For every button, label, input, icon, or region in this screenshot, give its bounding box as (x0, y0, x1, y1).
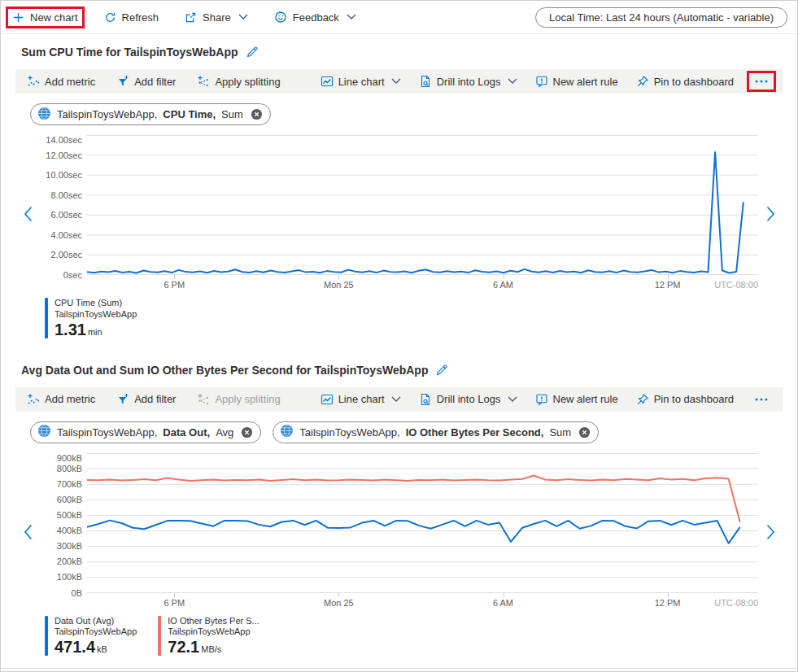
pill-resource: TailspinToysWebApp, (57, 426, 157, 439)
x-tick-label: Mon 25 (324, 280, 354, 290)
y-tick-label: 12.00sec (46, 151, 82, 160)
x-tick-label: 6 AM (493, 598, 513, 608)
chart-type-label: Line chart (338, 393, 385, 405)
chart-type-label: Line chart (338, 76, 385, 88)
time-range-picker[interactable]: Local Time: Last 24 hours (Automatic - v… (535, 7, 787, 28)
new-alert-rule-label: New alert rule (553, 76, 618, 88)
chevron-down-icon (508, 78, 517, 85)
pill-aggregation: Sum (549, 426, 571, 439)
add-filter-label: Add filter (134, 393, 176, 405)
data-out-io-chart[interactable]: 900kB800kB700kB600kB500kB400kB300kB200kB… (40, 453, 758, 611)
new-chart-button[interactable]: New chart (9, 10, 81, 25)
line-chart-icon (321, 393, 334, 406)
scroll-left-chevron[interactable] (15, 206, 40, 222)
scroll-right-chevron[interactable] (758, 524, 783, 540)
legend-unit: kB (97, 644, 107, 654)
more-options-button[interactable] (750, 392, 773, 407)
add-filter-button[interactable]: Add filter (115, 74, 177, 89)
add-filter-button[interactable]: Add filter (115, 392, 177, 407)
pin-to-dashboard-button[interactable]: Pin to dashboard (634, 392, 735, 407)
add-metric-button[interactable]: Add metric (25, 392, 97, 407)
plot-area[interactable] (87, 453, 758, 593)
pin-to-dashboard-button[interactable]: Pin to dashboard (634, 74, 735, 89)
y-tick-label: 8.00sec (50, 190, 82, 200)
add-metric-icon (27, 75, 40, 88)
x-tick-mark (668, 593, 669, 597)
chart-type-dropdown[interactable]: Line chart (319, 74, 403, 89)
x-tick-mark (668, 275, 669, 279)
new-alert-rule-button[interactable]: New alert rule (534, 392, 620, 407)
apply-splitting-label: Apply splitting (215, 393, 280, 405)
chart-command-bar: Add metric Add filter Apply splitting (15, 69, 783, 94)
remove-metric-icon[interactable] (241, 426, 253, 439)
metric-pill[interactable]: TailspinToysWebApp, Data Out, Avg (30, 421, 261, 443)
drill-into-logs-dropdown[interactable]: Drill into Logs (417, 392, 519, 407)
remove-metric-icon[interactable] (578, 426, 591, 439)
line-chart-icon (321, 75, 334, 88)
legend-metric-name: Data Out (Avg) (55, 616, 137, 627)
chart-section-cpu-time: Sum CPU Time for TailspinToysWebApp Add … (1, 42, 797, 338)
legend-value: 72.1 (168, 638, 199, 656)
x-tick-label: 12 PM (655, 280, 681, 290)
new-alert-rule-button[interactable]: New alert rule (534, 74, 620, 89)
refresh-button[interactable]: Refresh (101, 10, 163, 25)
timezone-label: UTC-08:00 (714, 598, 758, 608)
y-tick-label: 6.00sec (50, 210, 82, 220)
legend-item[interactable]: Data Out (Avg) TailspinToysWebApp 471.4k… (45, 616, 137, 657)
alert-icon (535, 75, 548, 88)
x-tick-label: 12 PM (655, 598, 681, 608)
drill-into-logs-dropdown[interactable]: Drill into Logs (417, 74, 519, 89)
pill-resource: TailspinToysWebApp, (299, 426, 399, 439)
apply-splitting-button[interactable]: Apply splitting (195, 74, 281, 89)
x-axis: 6 PMMon 256 AM12 PMUTC-08:00 (87, 275, 758, 293)
y-tick-label: 900kB (57, 453, 82, 463)
pill-metric: Data Out, (163, 426, 210, 439)
legend-unit: MB/s (201, 644, 221, 654)
x-tick-label: 6 PM (164, 280, 185, 290)
scroll-left-chevron[interactable] (15, 524, 40, 540)
legend-resource-name: TailspinToysWebApp (55, 309, 137, 321)
chart-command-bar: Add metric Add filter Apply splitting (15, 387, 783, 412)
x-tick-mark (338, 593, 339, 597)
y-tick-label: 500kB (57, 510, 82, 520)
remove-metric-icon[interactable] (251, 108, 263, 120)
apply-splitting-button: Apply splitting (195, 392, 281, 407)
x-tick-mark (504, 593, 504, 597)
chevron-down-icon (508, 396, 517, 403)
document-logs-icon (419, 393, 432, 406)
chart-type-dropdown[interactable]: Line chart (319, 392, 403, 407)
x-tick-label: Mon 25 (324, 598, 354, 608)
plot-area[interactable] (87, 135, 758, 275)
apply-splitting-label: Apply splitting (215, 76, 280, 88)
cpu-time-chart[interactable]: 14.00sec12.00sec10.00sec8.00sec6.00sec4.… (40, 135, 758, 293)
y-tick-label: 600kB (57, 495, 82, 504)
scroll-right-chevron[interactable] (758, 206, 783, 222)
alert-icon (535, 393, 548, 406)
y-tick-label: 300kB (57, 541, 82, 551)
edit-title-icon[interactable] (435, 364, 448, 377)
legend-color-bar (45, 616, 48, 657)
pin-to-dashboard-label: Pin to dashboard (654, 76, 734, 88)
metric-pill[interactable]: TailspinToysWebApp, CPU Time, Sum (30, 103, 271, 125)
legend-item[interactable]: IO Other Bytes Per S... TailspinToysWebA… (158, 616, 259, 657)
add-metric-icon (27, 393, 40, 406)
legend-item[interactable]: CPU Time (Sum) TailspinToysWebApp 1.31mi… (45, 298, 137, 338)
share-button[interactable]: Share (181, 10, 251, 25)
y-tick-label: 0B (72, 588, 82, 598)
feedback-button[interactable]: Feedback (271, 9, 360, 25)
y-tick-label: 14.00sec (46, 135, 82, 145)
add-filter-icon (116, 75, 129, 88)
top-command-bar: New chart Refresh Share (1, 1, 797, 34)
add-metric-button[interactable]: Add metric (25, 74, 97, 89)
legend-metric-name: IO Other Bytes Per S... (168, 616, 259, 627)
more-options-button[interactable] (750, 74, 773, 89)
document-logs-icon (419, 75, 432, 88)
y-tick-label: 100kB (57, 572, 82, 582)
edit-title-icon[interactable] (246, 46, 259, 59)
refresh-icon (104, 11, 116, 24)
series-line (87, 520, 740, 543)
metric-pill[interactable]: TailspinToysWebApp, IO Other Bytes Per S… (273, 421, 599, 443)
feedback-label: Feedback (293, 11, 339, 24)
timezone-label: UTC-08:00 (714, 280, 758, 290)
y-axis: 900kB800kB700kB600kB500kB400kB300kB200kB… (40, 453, 87, 593)
